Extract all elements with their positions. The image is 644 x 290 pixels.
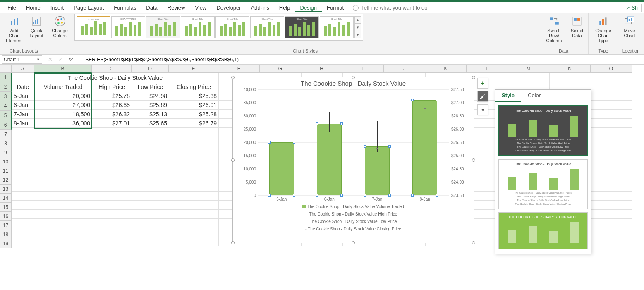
chart-style-4[interactable]: Chart Title	[181, 16, 215, 38]
cell-C19[interactable]	[92, 237, 132, 246]
cell-E13[interactable]	[169, 182, 219, 192]
cell-B17[interactable]	[34, 219, 92, 228]
cell-B4[interactable]: 27,000	[34, 101, 92, 110]
select-all-corner[interactable]	[0, 65, 12, 73]
col-header-N[interactable]: N	[549, 65, 591, 73]
style-option-dark[interactable]: The Coookie Shop - Daily Stock Value The…	[498, 105, 588, 156]
cell-D2[interactable]: Low Price	[132, 82, 169, 91]
cell-O17[interactable]	[591, 219, 632, 228]
cell-O8[interactable]	[591, 137, 632, 146]
cell-E15[interactable]	[169, 201, 219, 210]
row-header-8[interactable]: 8	[0, 139, 12, 148]
menu-insert[interactable]: Insert	[45, 3, 69, 12]
cell-B16[interactable]	[34, 210, 92, 219]
cell-D4[interactable]: $25.89	[132, 101, 169, 110]
cell-E16[interactable]	[169, 210, 219, 219]
cell-E6[interactable]: $26.79	[169, 119, 219, 128]
add-chart-element-button[interactable]: + Add Chart Element	[2, 14, 26, 44]
col-header-M[interactable]: M	[508, 65, 549, 73]
cell-E3[interactable]: $25.38	[169, 91, 219, 101]
row-header-12[interactable]: 12	[0, 175, 12, 185]
cell-O11[interactable]	[591, 164, 632, 173]
chart-plot-area[interactable]: 05,00010,00015,00020,00025,00030,00035,0…	[258, 89, 449, 195]
row-header-2[interactable]: 2	[0, 82, 12, 92]
cell-O19[interactable]	[591, 237, 632, 246]
cancel-icon[interactable]: ✕	[48, 56, 53, 62]
cell-O18[interactable]	[591, 228, 632, 237]
cell-C9[interactable]	[92, 146, 132, 155]
cell-E5[interactable]: $25.28	[169, 110, 219, 119]
cell-A2[interactable]: Date	[12, 82, 34, 91]
chart-styles-button[interactable]: 🖌	[477, 91, 488, 102]
cell-B12[interactable]	[34, 173, 92, 182]
cell-D13[interactable]	[132, 182, 169, 192]
cell-O12[interactable]	[591, 173, 632, 182]
quick-layout-button[interactable]: Quick Layout	[28, 14, 45, 39]
chart-style-3[interactable]: Chart Title	[146, 16, 180, 38]
row-header-9[interactable]: 9	[0, 148, 12, 157]
cell-B3[interactable]: 20,000	[34, 91, 92, 101]
chart-style-6[interactable]: Chart Title	[250, 16, 284, 38]
cell-D15[interactable]	[132, 201, 169, 210]
cell-B8[interactable]	[34, 137, 92, 146]
cell-B18[interactable]	[34, 228, 92, 237]
menu-help[interactable]: Help	[274, 3, 295, 12]
cell-B11[interactable]	[34, 164, 92, 173]
cell-C13[interactable]	[92, 182, 132, 192]
menu-home[interactable]: Home	[21, 3, 45, 12]
change-chart-type-button[interactable]: Change Chart Type	[591, 14, 615, 44]
cell-A6[interactable]: 8-Jan	[12, 119, 34, 128]
col-header-E[interactable]: E	[169, 65, 218, 73]
cell-C4[interactable]: $26.65	[92, 101, 132, 110]
col-header-L[interactable]: L	[467, 65, 508, 73]
cell-D17[interactable]	[132, 219, 169, 228]
cell-D3[interactable]: $24.98	[132, 91, 169, 101]
cell-A18[interactable]	[12, 228, 34, 237]
share-button[interactable]: ↗ Sh	[622, 4, 642, 12]
cell-A4[interactable]: 6-Jan	[12, 101, 34, 110]
cell-C7[interactable]	[92, 128, 132, 137]
cell-O15[interactable]	[591, 201, 632, 210]
style-option-light[interactable]: The Coookie Shop - Daily Stock Value The…	[498, 159, 588, 209]
cell-A13[interactable]	[12, 182, 34, 192]
cell-O2[interactable]	[591, 82, 632, 91]
spreadsheet[interactable]: ABCDEFGHIJKLMNO 123456789101112131415161…	[0, 65, 644, 290]
cell-O16[interactable]	[591, 210, 632, 219]
cell-C12[interactable]	[92, 173, 132, 182]
cell-A10[interactable]	[12, 155, 34, 164]
chart-elements-button[interactable]: +	[477, 78, 488, 89]
chart-handle-w[interactable]	[231, 158, 235, 162]
cell-C16[interactable]	[92, 210, 132, 219]
cell-C11[interactable]	[92, 164, 132, 173]
cell-C17[interactable]	[92, 219, 132, 228]
cell-O7[interactable]	[591, 128, 632, 137]
chart-style-8[interactable]: Chart Title	[320, 16, 354, 38]
cell-B2[interactable]: Volume Traded	[34, 82, 92, 91]
fx-icon[interactable]: fx	[69, 56, 73, 62]
style-option-green[interactable]: THE COOOKIE SHOP - DAILY STOCK VALUE	[498, 212, 588, 249]
cell-D11[interactable]	[132, 164, 169, 173]
change-colors-button[interactable]: Change Colors	[50, 14, 69, 39]
cell-A7[interactable]	[12, 128, 34, 137]
col-header-C[interactable]: C	[92, 65, 132, 73]
gallery-scroll[interactable]: ▲▼▾	[354, 16, 361, 38]
menu-data[interactable]: Data	[141, 3, 162, 12]
cell-C10[interactable]	[92, 155, 132, 164]
switch-row-column-button[interactable]: Switch Row/ Column	[541, 14, 567, 44]
cell-D19[interactable]	[132, 237, 169, 246]
cell-B7[interactable]	[34, 128, 92, 137]
cell-D16[interactable]	[132, 210, 169, 219]
chart-handle-s[interactable]	[352, 241, 355, 244]
cell-C6[interactable]: $27.01	[92, 119, 132, 128]
row-header-15[interactable]: 15	[0, 203, 12, 212]
row-header-16[interactable]: 16	[0, 212, 12, 221]
chart-handle-sw[interactable]	[231, 241, 235, 244]
formula-input[interactable]	[79, 55, 644, 64]
menu-page-layout[interactable]: Page Layout	[69, 3, 109, 12]
move-chart-button[interactable]: Move Chart	[621, 14, 638, 39]
cell-O9[interactable]	[591, 146, 632, 155]
col-header-I[interactable]: I	[342, 65, 384, 73]
chart-handle-nw[interactable]	[231, 76, 235, 79]
cell-C3[interactable]: $25.78	[92, 91, 132, 101]
cell-C14[interactable]	[92, 192, 132, 201]
